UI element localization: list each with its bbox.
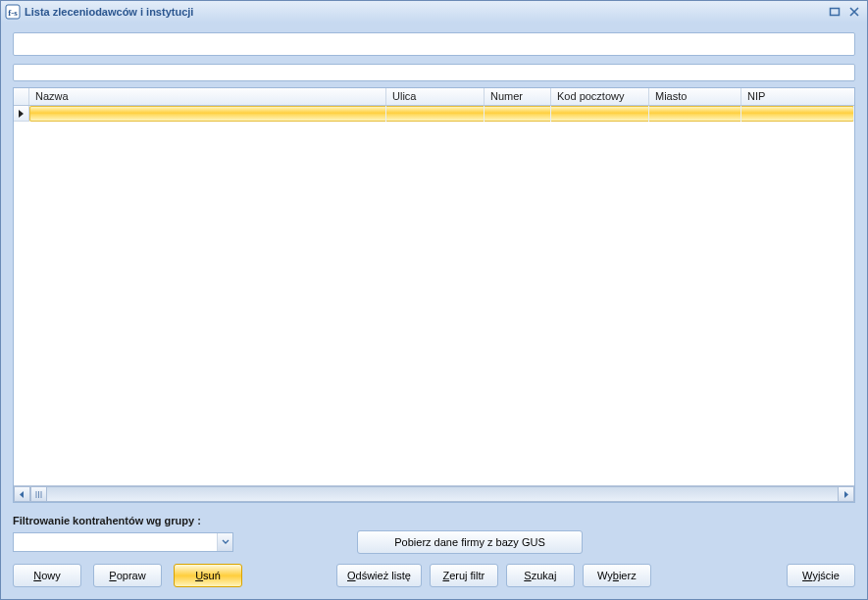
search-row-2 bbox=[13, 64, 855, 81]
table-row[interactable] bbox=[14, 106, 854, 122]
search-button[interactable]: Szukaj bbox=[506, 564, 575, 587]
app-icon: f-s bbox=[5, 4, 21, 20]
scroll-right-button[interactable] bbox=[838, 486, 854, 502]
scroll-track[interactable] bbox=[47, 486, 838, 502]
col-header-miasto[interactable]: Miasto bbox=[649, 88, 741, 105]
col-header-kod[interactable]: Kod pocztowy bbox=[551, 88, 649, 105]
action-buttons: Nowy Popraw Usuń Odśwież listę Zeruj fil… bbox=[13, 564, 855, 587]
group-filter-combo[interactable] bbox=[13, 532, 233, 552]
new-button[interactable]: Nowy bbox=[13, 564, 81, 587]
cell-kod[interactable] bbox=[551, 106, 649, 122]
gus-fetch-label: Pobierz dane firmy z bazy GUS bbox=[394, 536, 544, 548]
delete-button[interactable]: Usuń bbox=[174, 564, 242, 587]
search-row-1 bbox=[13, 32, 855, 56]
cell-nip[interactable] bbox=[741, 106, 854, 122]
crud-buttons: Nowy Popraw Usuń bbox=[13, 564, 242, 587]
cell-miasto[interactable] bbox=[649, 106, 741, 122]
list-buttons: Odśwież listę Zeruj filtr Szukaj Wybierz bbox=[336, 564, 651, 587]
horizontal-scrollbar[interactable] bbox=[14, 485, 854, 502]
refresh-button[interactable]: Odśwież listę bbox=[336, 564, 422, 587]
exit-group: Wyjście bbox=[787, 564, 855, 587]
svg-rect-2 bbox=[831, 9, 840, 16]
app-window: f-s Lista zleceniodawców i instytucji Na… bbox=[0, 0, 868, 600]
cell-numer[interactable] bbox=[485, 106, 551, 122]
window-title: Lista zleceniodawców i instytucji bbox=[25, 6, 824, 18]
grid-header-indicator bbox=[14, 88, 29, 105]
svg-text:f-s: f-s bbox=[8, 8, 18, 18]
client-area: Nazwa Ulica Numer Kod pocztowy Miasto NI… bbox=[1, 23, 867, 599]
edit-button[interactable]: Popraw bbox=[93, 564, 162, 587]
filter-row: Pobierz dane firmy z bazy GUS bbox=[13, 530, 855, 554]
col-header-numer[interactable]: Numer bbox=[485, 88, 551, 105]
search-input-2[interactable] bbox=[14, 65, 854, 80]
titlebar: f-s Lista zleceniodawców i instytucji bbox=[1, 1, 867, 23]
select-button[interactable]: Wybierz bbox=[583, 564, 651, 587]
reset-filter-button[interactable]: Zeruj filtr bbox=[430, 564, 498, 587]
exit-button[interactable]: Wyjście bbox=[787, 564, 855, 587]
row-indicator-icon bbox=[14, 106, 29, 122]
grid-body[interactable] bbox=[14, 106, 854, 485]
scroll-grip-icon[interactable] bbox=[30, 486, 47, 502]
chevron-down-icon[interactable] bbox=[217, 533, 232, 551]
col-header-nip[interactable]: NIP bbox=[741, 88, 854, 105]
gus-fetch-button[interactable]: Pobierz dane firmy z bazy GUS bbox=[357, 530, 583, 554]
data-grid[interactable]: Nazwa Ulica Numer Kod pocztowy Miasto NI… bbox=[13, 87, 855, 503]
cell-ulica[interactable] bbox=[386, 106, 485, 122]
filter-label: Filtrowanie kontrahentów wg grupy : bbox=[13, 515, 855, 526]
maximize-button[interactable] bbox=[826, 5, 843, 19]
scroll-left-button[interactable] bbox=[14, 486, 30, 502]
grid-header: Nazwa Ulica Numer Kod pocztowy Miasto NI… bbox=[14, 88, 854, 106]
group-filter-input[interactable] bbox=[14, 533, 217, 551]
cell-nazwa[interactable] bbox=[29, 106, 386, 122]
close-button[interactable] bbox=[845, 5, 863, 19]
col-header-nazwa[interactable]: Nazwa bbox=[29, 88, 386, 105]
search-input-1[interactable] bbox=[14, 33, 854, 55]
col-header-ulica[interactable]: Ulica bbox=[386, 88, 485, 105]
